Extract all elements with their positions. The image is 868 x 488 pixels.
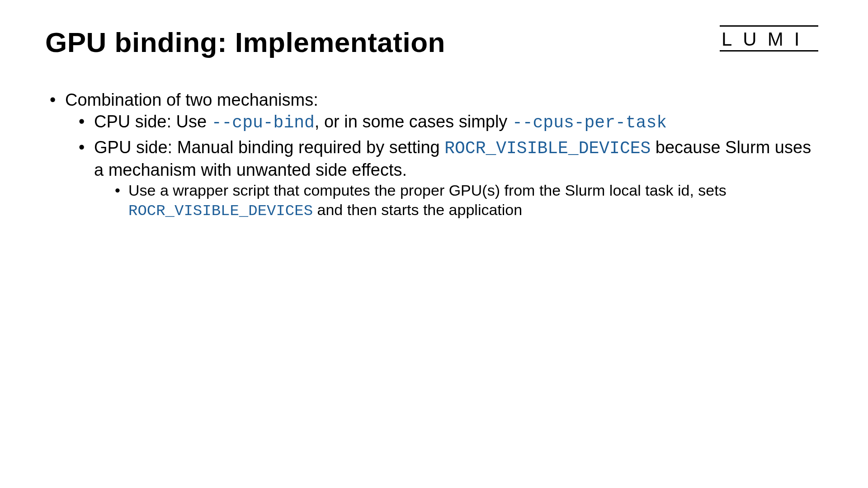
logo-top-line bbox=[720, 25, 818, 27]
bullet-text: CPU side: Use bbox=[94, 112, 212, 131]
lumi-logo: LUMI bbox=[720, 25, 818, 52]
bullet-text: Use a wrapper script that computes the p… bbox=[128, 182, 726, 199]
bullet-text: and then starts the application bbox=[313, 201, 522, 218]
logo-bottom-line bbox=[720, 50, 818, 52]
code-text: ROCR_VISIBLE_DEVICES bbox=[444, 139, 651, 158]
bullet-text: , or in some cases simply bbox=[315, 112, 512, 131]
logo-text: LUMI bbox=[720, 28, 818, 52]
bullet-level2: GPU side: Manual binding required by set… bbox=[74, 137, 823, 221]
bullet-level2: CPU side: Use --cpu-bind, or in some cas… bbox=[74, 111, 823, 134]
code-text: --cpu-bind bbox=[212, 113, 315, 132]
slide: GPU binding: Implementation LUMI Combina… bbox=[0, 0, 868, 488]
code-text: ROCR_VISIBLE_DEVICES bbox=[128, 202, 313, 220]
bullet-level3: Use a wrapper script that computes the p… bbox=[110, 181, 823, 221]
bullet-text: Combination of two mechanisms: bbox=[65, 90, 318, 109]
bullet-list-level3: Use a wrapper script that computes the p… bbox=[94, 181, 823, 221]
slide-header: GPU binding: Implementation LUMI bbox=[45, 27, 823, 58]
code-text: --cpus-per-task bbox=[512, 113, 667, 132]
bullet-level1: Combination of two mechanisms: CPU side:… bbox=[45, 89, 823, 221]
bullet-list-level2: CPU side: Use --cpu-bind, or in some cas… bbox=[65, 111, 823, 221]
bullet-text: GPU side: Manual binding required by set… bbox=[94, 138, 444, 157]
slide-title: GPU binding: Implementation bbox=[45, 27, 445, 58]
bullet-list: Combination of two mechanisms: CPU side:… bbox=[45, 89, 823, 221]
